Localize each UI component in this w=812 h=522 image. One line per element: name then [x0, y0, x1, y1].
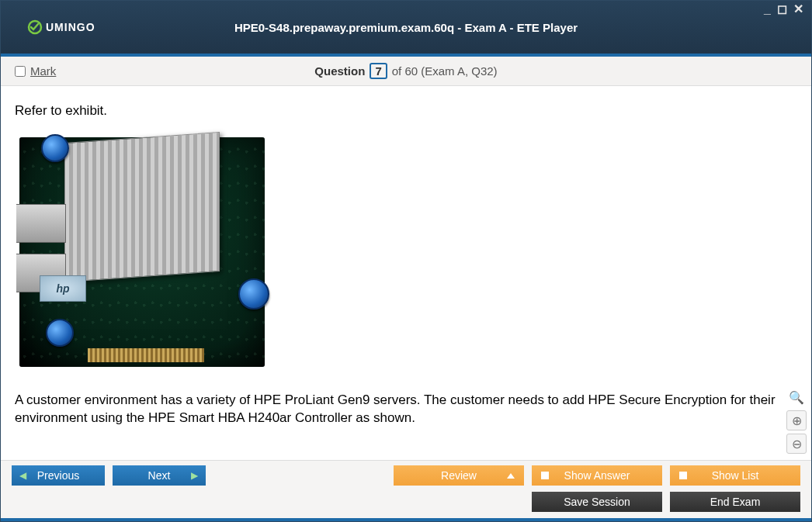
- titlebar: UMINGO HPE0-S48.prepaway.premium.exam.60…: [1, 1, 811, 54]
- exhibit-intro: Refer to exhibit.: [15, 103, 797, 119]
- zoom-in-icon: ⊕: [792, 413, 802, 428]
- show-list-label: Show List: [712, 469, 759, 482]
- heatsink: [64, 132, 220, 282]
- exhibit-image: hp: [15, 130, 271, 376]
- chevron-right-icon: ▶: [191, 470, 198, 481]
- connector-1: [16, 204, 66, 243]
- review-button[interactable]: Review: [394, 465, 524, 486]
- end-exam-button[interactable]: End Exam: [670, 492, 800, 512]
- chevron-left-icon: ◀: [19, 470, 26, 481]
- checkmark-circle-icon: [27, 19, 43, 35]
- triangle-up-icon: [507, 473, 515, 479]
- hp-badge: hp: [40, 275, 86, 302]
- show-answer-button[interactable]: Show Answer: [532, 465, 662, 486]
- review-label: Review: [441, 469, 477, 482]
- next-button[interactable]: Next ▶: [113, 465, 206, 486]
- show-answer-label: Show Answer: [564, 469, 630, 482]
- footer-row-2: Save Session End Exam: [12, 492, 800, 512]
- zoom-controls: 🔍 ⊕ ⊖: [786, 387, 807, 454]
- maximize-icon[interactable]: ◻: [777, 4, 787, 15]
- magnify-icon: 🔍: [789, 390, 804, 405]
- stop-icon: [679, 472, 687, 479]
- window-controls: _ ◻ ✕: [764, 4, 803, 15]
- question-indicator: Question 7 of 60 (Exam A, Q32): [1, 63, 811, 79]
- nav-buttons: ◀ Previous Next ▶: [12, 465, 206, 486]
- zoom-reset-button[interactable]: 🔍: [786, 387, 807, 407]
- minimize-icon[interactable]: _: [764, 4, 771, 15]
- question-text: A customer environment has a variety of …: [15, 392, 797, 427]
- screw-right: [238, 278, 269, 309]
- zoom-out-icon: ⊖: [792, 437, 802, 451]
- previous-label: Previous: [37, 469, 79, 482]
- screw-top-left: [41, 134, 69, 162]
- question-content: Refer to exhibit. hp A customer environm…: [1, 86, 811, 460]
- show-list-button[interactable]: Show List: [670, 465, 800, 486]
- action-buttons: Review Show Answer Show List: [394, 465, 800, 486]
- pcb-background: hp: [15, 130, 271, 376]
- question-number: 7: [370, 63, 387, 79]
- brand-logo: UMINGO: [27, 19, 95, 35]
- stop-icon: [541, 472, 549, 479]
- close-icon[interactable]: ✕: [793, 4, 803, 15]
- screw-bottom-left: [46, 319, 74, 347]
- save-session-button[interactable]: Save Session: [532, 492, 662, 512]
- brand-text: UMINGO: [46, 21, 95, 33]
- zoom-in-button[interactable]: ⊕: [786, 410, 807, 430]
- edge-connector: [88, 348, 204, 362]
- footer-row-1: ◀ Previous Next ▶ Review Show Answer: [12, 465, 800, 486]
- question-total: of 60 (Exam A, Q32): [392, 64, 498, 78]
- bottom-accent-bar: [1, 518, 811, 521]
- circuit-board: hp: [19, 137, 265, 367]
- zoom-out-button[interactable]: ⊖: [786, 434, 807, 454]
- footer: ◀ Previous Next ▶ Review Show Answer: [1, 460, 811, 518]
- window-title: HPE0-S48.prepaway.premium.exam.60q - Exa…: [1, 21, 811, 34]
- previous-button[interactable]: ◀ Previous: [12, 465, 105, 486]
- next-label: Next: [148, 469, 171, 482]
- question-word: Question: [314, 64, 365, 78]
- app-window: UMINGO HPE0-S48.prepaway.premium.exam.60…: [0, 0, 812, 522]
- question-header: Mark Question 7 of 60 (Exam A, Q32): [1, 57, 811, 86]
